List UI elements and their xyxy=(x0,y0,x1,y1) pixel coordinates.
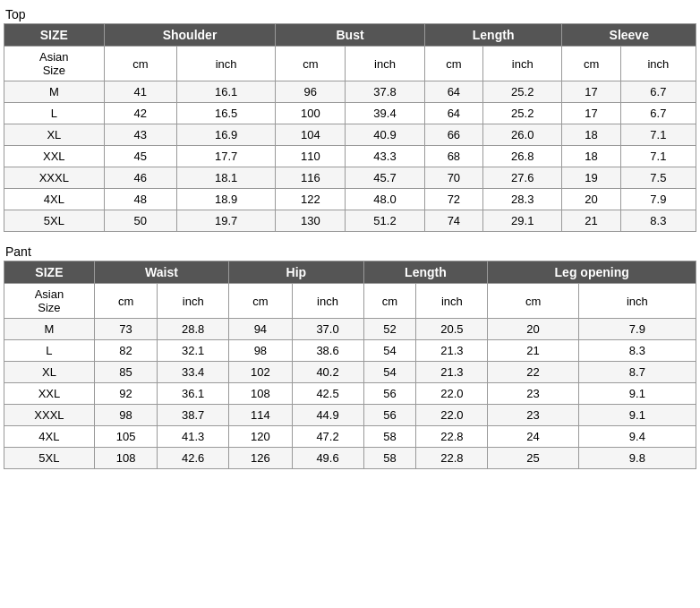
table-cell: 4XL xyxy=(4,189,105,210)
table-cell: XXL xyxy=(4,383,95,405)
table-cell: 20 xyxy=(488,319,578,340)
table-row: XL8533.410240.25421.3228.7 xyxy=(4,362,696,383)
table-cell: 7.5 xyxy=(620,167,696,189)
pant-table: SIZE Waist Hip Length Leg opening AsianS… xyxy=(4,261,696,469)
table-cell: 24 xyxy=(488,426,578,448)
table-cell: 82 xyxy=(94,340,157,362)
table-cell: 28.3 xyxy=(482,189,561,210)
table-cell: 96 xyxy=(276,81,346,103)
table-cell: 23 xyxy=(488,405,578,426)
table-cell: 42 xyxy=(104,103,176,124)
top-col-sleeve: Sleeve xyxy=(562,24,696,47)
table-cell: 110 xyxy=(276,146,346,167)
table-cell: 54 xyxy=(363,362,416,383)
table-cell: 116 xyxy=(276,167,346,189)
table-cell: 38.6 xyxy=(292,340,363,362)
table-cell: 28.8 xyxy=(158,319,229,340)
table-cell: 25 xyxy=(488,448,578,469)
top-header-row: SIZE Shoulder Bust Length Sleeve xyxy=(4,24,696,47)
table-cell: 20.5 xyxy=(416,319,488,340)
table-cell: 114 xyxy=(229,405,292,426)
table-cell: 5XL xyxy=(4,210,105,232)
table-cell: 9.1 xyxy=(578,383,696,405)
table-cell: 51.2 xyxy=(346,210,424,232)
table-cell: XL xyxy=(4,124,105,146)
pant-sub-asian: AsianSize xyxy=(4,284,95,319)
table-cell: 46 xyxy=(104,167,176,189)
top-col-length: Length xyxy=(424,24,562,47)
table-cell: XL xyxy=(4,362,95,383)
table-cell: 18.1 xyxy=(176,167,275,189)
table-cell: 68 xyxy=(424,146,482,167)
table-cell: 21 xyxy=(562,210,620,232)
top-table: SIZE Shoulder Bust Length Sleeve AsianSi… xyxy=(4,23,696,232)
table-cell: 43 xyxy=(104,124,176,146)
pant-sub-hip-inch: inch xyxy=(292,284,363,319)
table-cell: 5XL xyxy=(4,448,95,469)
table-cell: 33.4 xyxy=(158,362,229,383)
top-sub-sleeve-cm: cm xyxy=(562,47,620,81)
pant-sub-hip-cm: cm xyxy=(229,284,292,319)
pant-sub-waist-inch: inch xyxy=(158,284,229,319)
table-cell: 9.4 xyxy=(578,426,696,448)
table-cell: 70 xyxy=(424,167,482,189)
table-cell: 26.0 xyxy=(482,124,561,146)
pant-col-leg-opening: Leg opening xyxy=(488,261,696,284)
table-cell: 6.7 xyxy=(620,103,696,124)
table-cell: 66 xyxy=(424,124,482,146)
table-cell: 104 xyxy=(276,124,346,146)
table-cell: 105 xyxy=(94,426,157,448)
table-cell: 8.3 xyxy=(620,210,696,232)
pant-col-size: SIZE xyxy=(4,261,95,284)
table-cell: 40.9 xyxy=(346,124,424,146)
table-cell: 44.9 xyxy=(292,405,363,426)
table-cell: 17 xyxy=(562,103,620,124)
table-cell: L xyxy=(4,340,95,362)
table-cell: 18 xyxy=(562,146,620,167)
table-cell: 43.3 xyxy=(346,146,424,167)
table-row: 5XL10842.612649.65822.8259.8 xyxy=(4,448,696,469)
table-cell: 45 xyxy=(104,146,176,167)
table-cell: 72 xyxy=(424,189,482,210)
table-cell: 94 xyxy=(229,319,292,340)
table-cell: 52 xyxy=(363,319,416,340)
table-cell: 9.8 xyxy=(578,448,696,469)
table-cell: XXXL xyxy=(4,405,95,426)
table-cell: 73 xyxy=(94,319,157,340)
top-sub-shoulder-inch: inch xyxy=(176,47,275,81)
table-cell: 64 xyxy=(424,81,482,103)
table-cell: 126 xyxy=(229,448,292,469)
table-cell: 41.3 xyxy=(158,426,229,448)
table-cell: 56 xyxy=(363,383,416,405)
table-cell: 16.5 xyxy=(176,103,275,124)
table-cell: 42.6 xyxy=(158,448,229,469)
table-cell: 26.8 xyxy=(482,146,561,167)
table-cell: 54 xyxy=(363,340,416,362)
table-cell: 38.7 xyxy=(158,405,229,426)
table-cell: 29.1 xyxy=(482,210,561,232)
table-cell: 6.7 xyxy=(620,81,696,103)
table-cell: 4XL xyxy=(4,426,95,448)
pant-header-row: SIZE Waist Hip Length Leg opening xyxy=(4,261,696,284)
table-cell: 92 xyxy=(94,383,157,405)
table-cell: 98 xyxy=(94,405,157,426)
top-col-bust: Bust xyxy=(276,24,424,47)
table-cell: L xyxy=(4,103,105,124)
table-row: M4116.19637.86425.2176.7 xyxy=(4,81,696,103)
table-cell: 45.7 xyxy=(346,167,424,189)
table-cell: 48 xyxy=(104,189,176,210)
pant-col-waist: Waist xyxy=(94,261,228,284)
table-row: L4216.510039.46425.2176.7 xyxy=(4,103,696,124)
table-cell: 8.7 xyxy=(578,362,696,383)
top-title: Top xyxy=(4,4,696,23)
table-row: 5XL5019.713051.27429.1218.3 xyxy=(4,210,696,232)
table-cell: 16.1 xyxy=(176,81,275,103)
table-cell: 19.7 xyxy=(176,210,275,232)
table-row: L8232.19838.65421.3218.3 xyxy=(4,340,696,362)
table-row: XXL9236.110842.55622.0239.1 xyxy=(4,383,696,405)
table-cell: 27.6 xyxy=(482,167,561,189)
table-cell: 50 xyxy=(104,210,176,232)
table-cell: 58 xyxy=(363,448,416,469)
pant-sub-length-cm: cm xyxy=(363,284,416,319)
table-cell: 36.1 xyxy=(158,383,229,405)
